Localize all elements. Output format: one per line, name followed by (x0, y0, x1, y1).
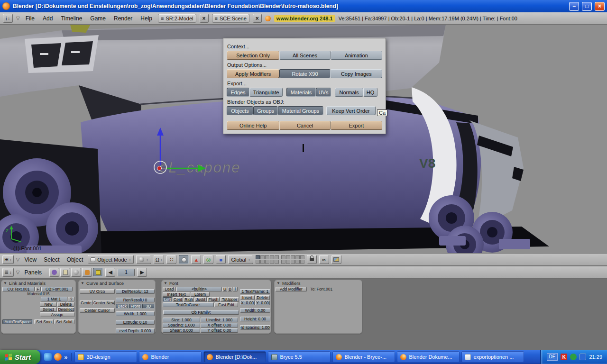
quicklaunch-app-icon[interactable] (44, 353, 52, 361)
menu-view[interactable]: View (22, 256, 39, 263)
menu-game[interactable]: Game (88, 15, 108, 22)
frame-y-field[interactable]: Y: 0.00 (255, 300, 270, 305)
layer-toggle[interactable] (260, 260, 265, 264)
extrude-field[interactable]: Extrude: 0.10 (116, 320, 155, 325)
taskbar-item-document[interactable]: exportoptionen ... (461, 351, 524, 363)
lorem-button[interactable]: Lorem (191, 292, 210, 297)
width-field[interactable]: Width: 1.000 (116, 311, 155, 316)
snap-button[interactable]: ∷ (166, 255, 176, 264)
page-number-field[interactable]: 1 (118, 269, 135, 276)
taskbar-item-browser-1[interactable]: Blender - Bryce-... (332, 351, 395, 363)
hq-toggle[interactable]: HQ (363, 88, 377, 97)
material-delete-button[interactable]: Delete (57, 302, 74, 307)
taskbar-item-3d-design[interactable]: 3D-design (74, 351, 137, 363)
groups-toggle[interactable]: Groups (253, 106, 278, 115)
taskbar-item-bryce[interactable]: Bryce 5.5 (268, 351, 331, 363)
linedist-field[interactable]: Linedist: 1.000 (201, 318, 238, 322)
animation-toggle[interactable]: Animation (331, 51, 382, 60)
layer-toggle[interactable] (265, 255, 269, 259)
shading-context-button[interactable] (71, 268, 81, 277)
set-solid-button[interactable]: Set Solid (54, 319, 74, 324)
page-next-button[interactable]: ▶ (137, 268, 147, 277)
material-deselect-button[interactable]: Deselect (57, 307, 74, 312)
ob-family-field[interactable]: Ob Family: (163, 310, 239, 315)
objects-toggle[interactable]: Objects (227, 106, 253, 115)
cancel-button[interactable]: Cancel (279, 121, 330, 130)
align-right-toggle[interactable]: Righ (184, 297, 194, 302)
menu-render[interactable]: Render (111, 15, 135, 22)
font-name-dropdown[interactable]: <builtin> (176, 287, 222, 291)
textoncurve-field[interactable]: TextOnCurve: (163, 302, 214, 307)
layer-toggle[interactable] (265, 260, 269, 264)
panels-menu[interactable]: Panels (22, 269, 44, 276)
editor-type-selector-info[interactable]: i ↕ (3, 14, 13, 23)
autotexspace-toggle[interactable]: AutoTexSpace (2, 319, 33, 324)
align-flush-toggle[interactable]: Flush (207, 297, 220, 302)
antivirus-tray-icon[interactable]: K (561, 354, 567, 360)
header-collapse-icon[interactable]: ▽ (16, 257, 20, 262)
menu-object[interactable]: Object (64, 256, 86, 263)
3d-toggle[interactable]: 3D (142, 304, 155, 309)
menu-file[interactable]: File (23, 15, 37, 22)
screen-selector[interactable]: ≡ SR:2-Model (158, 14, 196, 23)
materials-toggle[interactable]: Materials (286, 88, 316, 97)
material-groups-toggle[interactable]: Material Groups (278, 106, 323, 115)
language-indicator[interactable]: DE (547, 353, 558, 361)
restore-button[interactable]: □ (582, 2, 592, 11)
set-smooth-button[interactable]: Set Smo (34, 319, 54, 324)
export-button[interactable]: Export (331, 121, 382, 130)
page-prev-button[interactable]: ◀ (105, 268, 115, 277)
textframe-stepper[interactable]: 1 TextFrame: 1 (240, 289, 270, 294)
material-new-button[interactable]: New (40, 302, 57, 307)
editor-type-selector[interactable]: ⊞ ↕ (2, 255, 14, 264)
apply-modifiers-toggle[interactable]: Apply Modifiers (227, 69, 279, 78)
script-context-button[interactable] (60, 268, 70, 277)
rotate-x90-toggle[interactable]: Rotate X90 (279, 69, 330, 78)
layer-toggle[interactable] (291, 255, 295, 259)
word-spacing-field[interactable]: ord spacing: 1.000 (240, 325, 270, 330)
quicklaunch-firefox-icon[interactable] (54, 353, 62, 361)
material-index-stepper[interactable]: 1 Mat 1 (41, 297, 67, 301)
add-modifier-button[interactable]: Add Modifier (276, 287, 307, 291)
triangulate-toggle[interactable]: Triangulate (249, 88, 283, 97)
header-collapse-icon[interactable]: ▽ (16, 270, 20, 275)
back-toggle[interactable]: Back (116, 304, 129, 309)
selection-only-toggle[interactable]: Selection Only (227, 51, 279, 60)
fast-edit-toggle[interactable]: Fast Edit (214, 302, 238, 307)
underline-toggle[interactable]: U (222, 287, 227, 291)
curve-datablock-field[interactable]: CU:Text.001 (2, 287, 35, 291)
network-tray-icon[interactable] (579, 354, 586, 360)
render-preview-button[interactable] (331, 255, 341, 264)
toupper-button[interactable]: ToUpper (220, 297, 239, 302)
edges-toggle[interactable]: Edges (227, 88, 249, 97)
renresolu-field[interactable]: RenResolU 0 (116, 298, 155, 302)
italic-toggle[interactable]: i (233, 287, 238, 291)
layer-toggle[interactable] (270, 255, 274, 259)
object-name-field[interactable]: OB:Font.001 (41, 287, 73, 291)
panel-collapse-icon[interactable]: ▼ (164, 281, 167, 285)
uv-orco-toggle[interactable]: UV Orco (80, 289, 115, 294)
centre-new-button[interactable]: Center New (93, 300, 115, 305)
orientation-dropdown[interactable]: Global ↕ (228, 255, 253, 264)
layer-toggle[interactable] (275, 260, 279, 264)
centre-button[interactable]: Cente (80, 300, 92, 305)
manipulator-translate-button[interactable]: ▲ (191, 255, 201, 264)
taskbar-item-blender-active[interactable]: Blender [D:\Dok... (203, 351, 266, 363)
keep-vert-order-toggle[interactable]: Keep Vert Order (326, 106, 376, 115)
layer-toggle[interactable] (256, 255, 260, 259)
scene-selector[interactable]: ≡ SCE:Scene (212, 14, 249, 23)
lock-button[interactable] (307, 255, 317, 264)
uvs-toggle[interactable]: UVs (316, 88, 331, 97)
scene-delete-button[interactable]: × (253, 14, 262, 23)
align-justify-toggle[interactable]: Justif (194, 297, 207, 302)
manipulator-scale-button[interactable]: ■ (216, 255, 226, 264)
shear-field[interactable]: Shear: 0.000 (163, 328, 200, 333)
menu-add[interactable]: Add (40, 15, 55, 22)
layer-toggle[interactable] (286, 260, 290, 264)
online-help-button[interactable]: Online Help (227, 121, 279, 130)
screen-delete-button[interactable]: × (200, 14, 209, 23)
layer-toggle[interactable] (291, 260, 295, 264)
align-left-toggle[interactable]: Left (163, 297, 172, 302)
menu-timeline[interactable]: Timeline (58, 15, 84, 22)
frame-width-field[interactable]: Width: 0.00 (240, 308, 270, 313)
